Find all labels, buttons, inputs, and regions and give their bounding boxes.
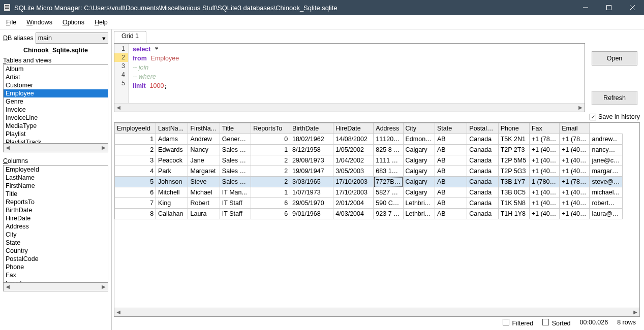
- table-cell[interactable]: Canada: [467, 134, 498, 145]
- table-cell[interactable]: +1 (403...: [560, 187, 590, 198]
- table-cell[interactable]: Laura: [188, 209, 220, 219]
- table-item-playlisttrack[interactable]: PlaylistTrack: [4, 138, 108, 144]
- table-cell[interactable]: Jane: [188, 155, 220, 166]
- table-cell[interactable]: +1 (403...: [529, 198, 559, 209]
- table-cell[interactable]: +1 (403...: [529, 145, 559, 155]
- table-cell[interactable]: Canada: [467, 155, 498, 166]
- table-item-mediatype[interactable]: MediaType: [4, 122, 108, 130]
- table-cell[interactable]: AB: [435, 145, 467, 155]
- column-item-birthdate[interactable]: BirthDate: [4, 206, 108, 214]
- table-cell[interactable]: 3/03/1965: [290, 177, 333, 187]
- table-cell[interactable]: Callahan: [156, 209, 188, 219]
- table-item-invoiceline[interactable]: InvoiceLine: [4, 114, 108, 122]
- table-row[interactable]: 4ParkMargaretSales S...219/09/19473/05/2…: [115, 166, 623, 177]
- table-cell[interactable]: Calgary: [403, 155, 435, 166]
- table-cell[interactable]: 1: [251, 187, 290, 198]
- table-row[interactable]: 5JohnsonSteveSales S...23/03/196517/10/2…: [115, 177, 623, 187]
- table-item-customer[interactable]: Customer: [4, 81, 108, 89]
- table-cell[interactable]: Canada: [467, 177, 498, 187]
- table-cell[interactable]: laura@c...: [590, 209, 623, 219]
- column-item-fax[interactable]: Fax: [4, 271, 108, 279]
- col-header[interactable]: Title: [220, 123, 251, 134]
- col-header[interactable]: Email: [560, 123, 590, 134]
- table-cell[interactable]: +1 (403...: [560, 145, 590, 155]
- table-cell[interactable]: 6: [115, 187, 156, 198]
- table-cell[interactable]: 1 (780) ...: [529, 177, 559, 187]
- table-item-genre[interactable]: Genre: [4, 97, 108, 106]
- table-cell[interactable]: 7: [115, 198, 156, 209]
- table-cell[interactable]: +1 (403...: [529, 187, 559, 198]
- table-cell[interactable]: +1 (403...: [560, 209, 590, 219]
- table-cell[interactable]: King: [156, 198, 188, 209]
- table-cell[interactable]: +1 (403...: [529, 166, 559, 177]
- table-cell[interactable]: 6: [251, 209, 290, 219]
- table-row[interactable]: 1AdamsAndrewGeneral...018/02/196214/08/2…: [115, 134, 623, 145]
- table-cell[interactable]: Edwards: [156, 145, 188, 155]
- table-cell[interactable]: Steve: [188, 177, 220, 187]
- tables-listbox[interactable]: AlbumArtistCustomerEmployeeGenreInvoiceI…: [3, 64, 108, 144]
- table-cell[interactable]: +1 (403...: [529, 155, 559, 166]
- maximize-button[interactable]: [597, 0, 621, 15]
- table-cell[interactable]: 18/02/1962: [290, 134, 333, 145]
- table-cell[interactable]: 3/05/2003: [333, 166, 374, 177]
- table-cell[interactable]: Sales S...: [220, 155, 251, 166]
- column-item-title[interactable]: Title: [4, 190, 108, 198]
- table-cell[interactable]: Sales S...: [220, 166, 251, 177]
- col-header[interactable]: EmployeeId: [115, 123, 156, 134]
- column-item-city[interactable]: City: [4, 230, 108, 239]
- table-cell[interactable]: Sales M...: [220, 145, 251, 155]
- db-alias-dropdown[interactable]: main ▾: [36, 32, 108, 44]
- table-row[interactable]: 8CallahanLauraIT Staff69/01/19684/03/200…: [115, 209, 623, 219]
- minimize-button[interactable]: [574, 0, 597, 15]
- table-item-invoice[interactable]: Invoice: [4, 106, 108, 114]
- table-cell[interactable]: 3: [115, 155, 156, 166]
- table-cell[interactable]: IT Staff: [220, 209, 251, 219]
- table-row[interactable]: 2EdwardsNancySales M...18/12/19581/05/20…: [115, 145, 623, 155]
- table-cell[interactable]: T5K 2N1: [498, 134, 529, 145]
- col-header[interactable]: PostalC...: [467, 123, 498, 134]
- table-cell[interactable]: Peacock: [156, 155, 188, 166]
- table-cell[interactable]: 1: [251, 145, 290, 155]
- table-cell[interactable]: 1: [115, 134, 156, 145]
- col-header[interactable]: FirstNa...: [188, 123, 220, 134]
- table-cell[interactable]: 590 Col...: [374, 198, 403, 209]
- column-item-country[interactable]: Country: [4, 247, 108, 255]
- col-header[interactable]: BirthDate: [290, 123, 333, 134]
- table-cell[interactable]: Edmont...: [403, 134, 435, 145]
- table-cell[interactable]: Johnson: [156, 177, 188, 187]
- table-cell[interactable]: T3B 1Y7: [498, 177, 529, 187]
- col-header[interactable]: Fax: [529, 123, 559, 134]
- table-cell[interactable]: 29/08/1973: [290, 155, 333, 166]
- table-cell[interactable]: jane@ch...: [590, 155, 623, 166]
- column-item-employeeid[interactable]: EmployeeId: [4, 166, 108, 174]
- column-item-postalcode[interactable]: PostalCode: [4, 255, 108, 263]
- column-item-state[interactable]: State: [4, 239, 108, 247]
- table-cell[interactable]: Park: [156, 166, 188, 177]
- table-cell[interactable]: Canada: [467, 187, 498, 198]
- col-header[interactable]: Phone: [498, 123, 529, 134]
- table-cell[interactable]: 1111 6 ...: [374, 155, 403, 166]
- table-cell[interactable]: Andrew: [188, 134, 220, 145]
- save-history-checkbox[interactable]: ✓: [590, 114, 596, 120]
- table-cell[interactable]: General...: [220, 134, 251, 145]
- col-header[interactable]: State: [435, 123, 467, 134]
- sql-editor[interactable]: 12345 select * from Employee -- join -- …: [114, 43, 585, 112]
- table-cell[interactable]: Canada: [467, 145, 498, 155]
- table-cell[interactable]: AB: [435, 198, 467, 209]
- table-cell[interactable]: T2P 5M5: [498, 155, 529, 166]
- table-row[interactable]: 6MitchellMichaelIT Man...11/07/197317/10…: [115, 187, 623, 198]
- table-cell[interactable]: michael...: [590, 187, 623, 198]
- table-cell[interactable]: T1H 1Y8: [498, 209, 529, 219]
- table-cell[interactable]: AB: [435, 187, 467, 198]
- table-cell[interactable]: +1 (403...: [560, 198, 590, 209]
- column-item-address[interactable]: Address: [4, 222, 108, 230]
- table-cell[interactable]: Canada: [467, 166, 498, 177]
- table-cell[interactable]: 2/01/2004: [333, 198, 374, 209]
- col-header[interactable]: LastNa...: [156, 123, 188, 134]
- table-cell[interactable]: Nancy: [188, 145, 220, 155]
- table-cell[interactable]: Calgary: [403, 177, 435, 187]
- table-row[interactable]: 7KingRobertIT Staff629/05/19702/01/20045…: [115, 198, 623, 209]
- table-cell[interactable]: Calgary: [403, 187, 435, 198]
- column-item-firstname[interactable]: FirstName: [4, 182, 108, 190]
- columns-listbox[interactable]: EmployeeIdLastNameFirstNameTitleReportsT…: [3, 165, 108, 283]
